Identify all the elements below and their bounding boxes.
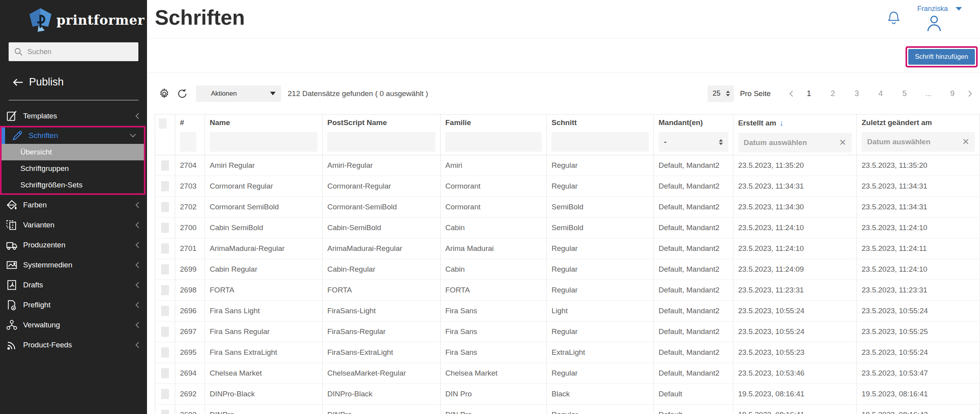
row-checkbox[interactable]: [161, 410, 169, 414]
cell-mandanten: Default, Mandant2: [654, 301, 733, 321]
cell-erstellt: 23.5.2023, 10:55:24: [733, 321, 857, 342]
cell-familie: Fira Sans: [441, 342, 547, 363]
sidebar-item-preflight[interactable]: Preflight: [0, 295, 147, 315]
row-checkbox[interactable]: [161, 264, 169, 274]
cell-schnitt: Regular: [547, 155, 654, 176]
page-number[interactable]: 9: [940, 89, 964, 98]
cell-erstellt: 23.5.2023, 11:34:31: [733, 176, 857, 197]
sidebar-item-schriften[interactable]: Schriften: [2, 127, 144, 144]
refresh-icon[interactable]: [176, 88, 188, 100]
row-checkbox[interactable]: [161, 243, 169, 254]
main-content: Schriften Franziska: [147, 0, 980, 414]
geaendert-date-filter[interactable]: Datum auswählen ✕: [862, 132, 975, 152]
schnitt-filter-input[interactable]: [552, 132, 649, 152]
postscript-filter-input[interactable]: [327, 132, 436, 152]
column-header-erstellt[interactable]: Erstellt am: [738, 119, 776, 127]
cell-id: 2699: [175, 259, 205, 280]
name-filter-input[interactable]: [210, 132, 318, 152]
sidebar-item-templates[interactable]: Templates: [0, 106, 147, 126]
sidebar-item-label: Farben: [23, 201, 134, 209]
user-menu[interactable]: Franziska: [910, 5, 969, 34]
erstellt-date-filter[interactable]: Datum auswählen ✕: [738, 133, 852, 153]
sidebar-item-drafts[interactable]: Drafts: [0, 275, 147, 295]
page-size-value: 25: [713, 89, 720, 98]
column-header-familie[interactable]: Familie: [445, 118, 542, 127]
sidebar-item-produzenten[interactable]: Produzenten: [0, 235, 147, 255]
table-row: 2702Cormorant SemiBoldCormorant-SemiBold…: [155, 197, 980, 218]
row-checkbox[interactable]: [161, 389, 169, 399]
sidebar-search[interactable]: Suchen: [9, 42, 138, 61]
column-header-schnitt[interactable]: Schnitt: [552, 118, 649, 127]
sidebar-subitem-schriftgroessen-sets[interactable]: Schriftgrößen-Sets: [2, 177, 144, 193]
page-size-select[interactable]: 25: [708, 85, 734, 102]
sidebar-subitem-schriftgruppen[interactable]: Schriftgruppen: [2, 160, 144, 177]
column-header-name[interactable]: Name: [210, 118, 318, 127]
toolbar: Aktionen 212 Datensätze gefunden ( 0 aus…: [147, 73, 980, 114]
previous-page-icon[interactable]: [786, 90, 797, 98]
add-font-button[interactable]: Schrift hinzufügen: [908, 49, 975, 65]
column-header-geaendert[interactable]: Zuletzt geändert am: [862, 118, 975, 127]
sidebar-item-varianten[interactable]: Varianten: [0, 215, 147, 235]
row-checkbox[interactable]: [161, 368, 169, 378]
brand-logo[interactable]: printformer: [0, 0, 147, 32]
familie-filter-input[interactable]: [445, 132, 542, 152]
cell-id: 2696: [175, 301, 205, 321]
row-checkbox[interactable]: [161, 202, 169, 212]
row-checkbox[interactable]: [161, 327, 169, 337]
page-number[interactable]: 2: [821, 89, 845, 98]
cell-mandanten: Default, Mandant2: [654, 197, 733, 218]
settings-gear-icon[interactable]: [158, 88, 170, 100]
cell-familie: Chelsea Market: [441, 363, 547, 384]
clear-filter-icon[interactable]: ✕: [962, 138, 969, 146]
document-check-icon: [5, 298, 18, 312]
next-page-icon[interactable]: [964, 90, 976, 98]
cell-schnitt: ExtraLight: [547, 342, 654, 363]
table-row: 2697Fira Sans RegularFiraSans-RegularFir…: [155, 321, 980, 342]
cell-name: FORTA: [205, 280, 323, 301]
page-number[interactable]: 4: [869, 89, 893, 98]
chevron-left-icon: [134, 341, 140, 349]
cell-id: 2704: [175, 155, 205, 176]
sidebar-subitem-uebersicht[interactable]: Übersicht: [2, 144, 144, 160]
actions-dropdown[interactable]: Aktionen: [196, 85, 281, 102]
page-number[interactable]: 5: [893, 89, 916, 98]
notification-bell-icon[interactable]: [887, 10, 901, 27]
page-number[interactable]: 3: [845, 89, 869, 98]
sort-descending-icon[interactable]: ↓: [779, 118, 784, 128]
page-nav: 12345...9: [786, 89, 976, 98]
sidebar-item-product-feeds[interactable]: Product-Feeds: [0, 335, 147, 355]
column-header-mandanten[interactable]: Mandant(en): [659, 118, 728, 127]
page-numbers: 12345...9: [797, 89, 964, 98]
row-checkbox[interactable]: [161, 285, 169, 295]
cell-ps: Cormorant-Regular: [323, 176, 441, 197]
mandant-filter-value: -: [664, 138, 666, 146]
cell-id: 2697: [175, 321, 205, 342]
sidebar-item-verwaltung[interactable]: Verwaltung: [0, 315, 147, 335]
row-checkbox[interactable]: [161, 160, 169, 171]
date-placeholder: Datum auswählen: [867, 138, 931, 146]
page-number[interactable]: 1: [797, 89, 821, 98]
select-all-checkbox[interactable]: [159, 118, 167, 129]
cell-mandanten: Default, Mandant2: [654, 321, 733, 342]
sidebar-item-systemmedien[interactable]: Systemmedien: [0, 255, 147, 275]
row-checkbox[interactable]: [161, 347, 169, 358]
column-header-postscript[interactable]: PostScript Name: [327, 118, 436, 127]
column-header-id[interactable]: #: [180, 118, 200, 127]
row-checkbox[interactable]: [161, 181, 169, 191]
user-name-row[interactable]: Franziska: [917, 5, 962, 13]
cell-mandanten: Default, Mandant2: [654, 155, 733, 176]
cell-geaendert: 23.5.2023, 10:53:47: [857, 363, 980, 384]
id-filter-input[interactable]: [180, 132, 196, 152]
fonts-table: # Name PostScript Name Familie: [155, 114, 980, 414]
sidebar-item-farben[interactable]: Farben: [0, 195, 147, 215]
row-checkbox[interactable]: [161, 223, 169, 233]
cell-erstellt: 19.5.2023, 08:16:41: [733, 405, 857, 414]
paint-bucket-icon: [5, 198, 18, 212]
back-to-publish-link[interactable]: Publish: [0, 61, 147, 88]
avatar-icon[interactable]: [926, 14, 943, 34]
mandant-filter-select[interactable]: -: [659, 132, 728, 152]
clear-filter-icon[interactable]: ✕: [839, 138, 846, 147]
cell-ps: FiraSans-Light: [323, 301, 441, 321]
row-checkbox[interactable]: [161, 306, 169, 316]
cell-name: Amiri Regular: [205, 155, 323, 176]
